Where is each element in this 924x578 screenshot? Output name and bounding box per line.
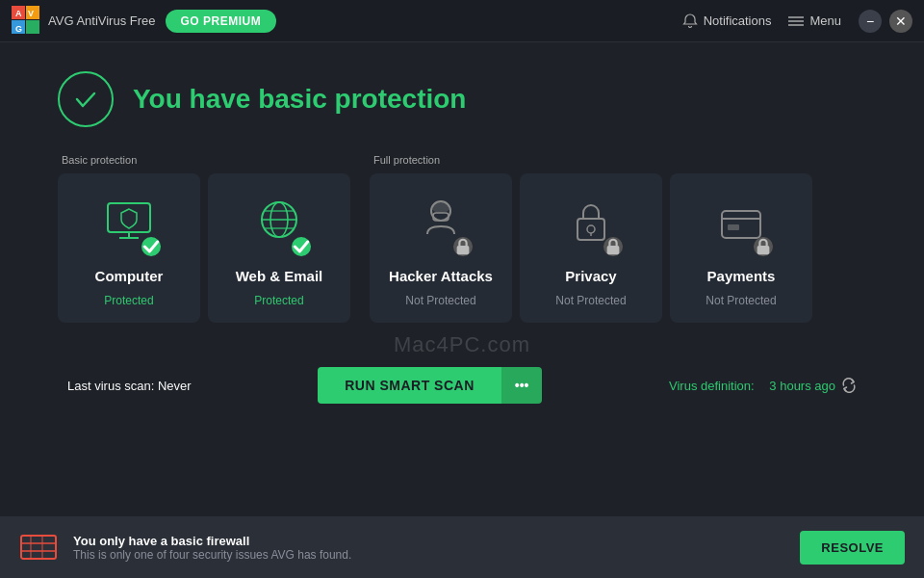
hacker-card-title: Hacker Attacks: [389, 268, 493, 284]
svg-rect-29: [757, 246, 770, 254]
minimize-button[interactable]: −: [859, 10, 882, 33]
titlebar: A V G AVG AntiVirus Free GO PREMIUM Noti…: [0, 0, 924, 42]
hero-title-highlight: basic protection: [258, 84, 466, 114]
full-group-label: Full protection: [370, 154, 866, 166]
firewall-icon: [19, 532, 58, 563]
hero-title: You have basic protection: [133, 84, 466, 115]
scan-options-button[interactable]: •••: [501, 367, 543, 404]
svg-rect-22: [578, 219, 604, 240]
hero-section: You have basic protection: [58, 71, 866, 127]
payments-icon-wrap: [707, 191, 775, 258]
avg-logo: A V G AVG AntiVirus Free: [12, 6, 156, 37]
virus-def-label: Virus definition:: [669, 379, 755, 393]
window-controls: − ✕: [859, 10, 912, 33]
privacy-lock-icon: [603, 218, 623, 276]
full-cards-row: Hacker Attacks Not Protected: [370, 173, 866, 323]
payments-card[interactable]: Payments Not Protected: [670, 173, 812, 323]
bell-icon: [682, 13, 698, 29]
protection-area: Basic protection: [58, 154, 866, 323]
app-name: AVG AntiVirus Free: [48, 13, 156, 28]
privacy-card[interactable]: Privacy Not Protected: [520, 173, 662, 323]
svg-point-23: [587, 225, 595, 233]
svg-text:V: V: [28, 9, 34, 18]
bottom-bar-text: You only have a basic firewall This is o…: [73, 534, 784, 562]
avg-logo-icon: A V G: [12, 6, 42, 37]
scan-button-group: RUN SMART SCAN •••: [318, 367, 542, 404]
last-scan-value: Never: [158, 379, 192, 393]
menu-button[interactable]: Menu: [788, 13, 841, 28]
refresh-icon[interactable]: [841, 378, 857, 393]
computer-card[interactable]: Computer Protected: [58, 173, 200, 323]
computer-check-icon: [141, 218, 161, 276]
full-protection-group: Full protection: [370, 154, 866, 323]
basic-group-label: Basic protection: [58, 154, 350, 166]
resolve-button[interactable]: RESOLVE: [800, 531, 905, 565]
computer-card-status: Protected: [104, 294, 153, 307]
last-scan: Last virus scan: Never: [67, 379, 192, 393]
privacy-lock-badge: [603, 237, 623, 256]
web-check-badge: [292, 237, 311, 256]
basic-protection-group: Basic protection: [58, 154, 350, 323]
run-smart-scan-button[interactable]: RUN SMART SCAN: [318, 367, 501, 404]
privacy-icon-wrap: [557, 191, 625, 258]
svg-point-19: [431, 201, 450, 213]
svg-rect-21: [457, 246, 470, 254]
payments-lock-icon: [754, 218, 773, 276]
bottom-bar-subtitle: This is only one of four security issues…: [73, 548, 784, 562]
hero-check-circle: [58, 71, 114, 127]
hacker-lock-icon: [453, 218, 473, 276]
scan-bar: Last virus scan: Never RUN SMART SCAN ••…: [58, 367, 866, 404]
web-email-card[interactable]: Web & Email Protected: [208, 173, 350, 323]
titlebar-left: A V G AVG AntiVirus Free GO PREMIUM: [12, 6, 276, 37]
main-content: You have basic protection Basic protecti…: [0, 42, 924, 423]
hacker-icon-wrap: [407, 191, 475, 258]
payments-card-status: Not Protected: [706, 294, 776, 307]
svg-text:G: G: [15, 24, 22, 34]
bottom-bar: You only have a basic firewall This is o…: [0, 516, 924, 578]
virus-definition: Virus definition: 3 hours ago: [669, 378, 857, 393]
computer-check-badge: [141, 237, 161, 256]
bottom-bar-title: You only have a basic firewall: [73, 534, 784, 548]
web-email-card-status: Protected: [254, 294, 303, 307]
basic-cards-row: Computer Protected: [58, 173, 350, 323]
notifications-button[interactable]: Notifications: [682, 13, 772, 29]
hero-title-normal: You have: [133, 84, 250, 114]
svg-rect-3: [26, 20, 39, 34]
web-email-icon-wrap: [245, 191, 313, 258]
privacy-card-status: Not Protected: [555, 294, 626, 307]
hacker-card[interactable]: Hacker Attacks Not Protected: [370, 173, 512, 323]
menu-label: Menu: [809, 13, 841, 28]
web-check-icon: [292, 218, 311, 276]
svg-rect-30: [21, 536, 56, 559]
titlebar-right: Notifications Menu − ✕: [682, 10, 912, 33]
premium-button[interactable]: GO PREMIUM: [166, 10, 277, 33]
svg-rect-28: [728, 224, 739, 230]
watermark: Mac4PC.com: [58, 332, 866, 357]
notifications-label: Notifications: [704, 13, 772, 28]
close-button[interactable]: ✕: [889, 10, 912, 33]
computer-icon-wrap: [95, 191, 163, 258]
menu-icon: [788, 15, 804, 27]
svg-text:A: A: [15, 9, 22, 18]
virus-def-value: 3 hours ago: [769, 379, 835, 393]
hacker-lock-badge: [453, 237, 473, 256]
checkmark-icon: [72, 86, 99, 113]
payments-lock-badge: [754, 237, 773, 256]
svg-rect-25: [607, 246, 620, 254]
hacker-card-status: Not Protected: [405, 294, 475, 307]
last-scan-label: Last virus scan:: [67, 379, 154, 393]
firewall-illustration: [19, 532, 58, 563]
